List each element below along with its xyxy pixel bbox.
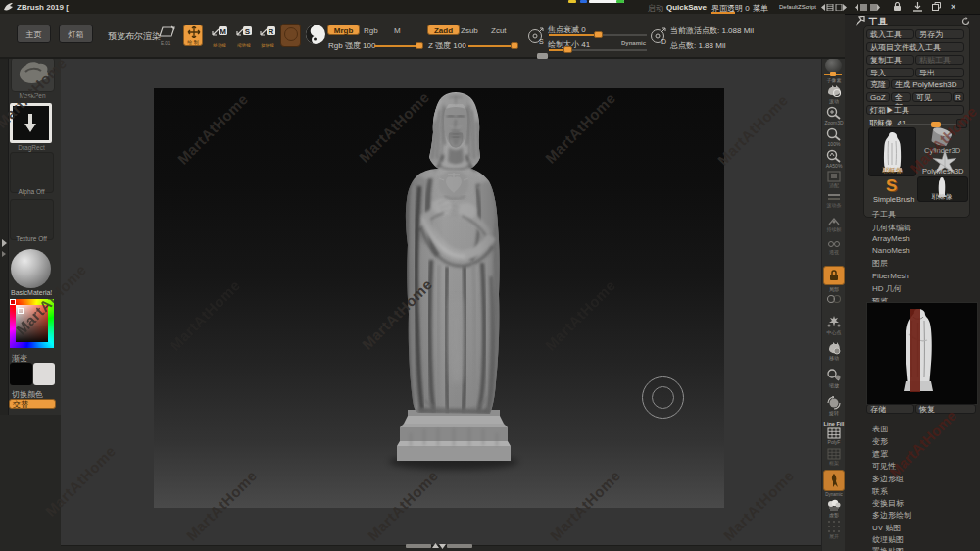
svg-text:M: M	[220, 27, 226, 36]
svg-text:D: D	[662, 38, 666, 45]
svg-text:S: S	[245, 27, 251, 36]
svg-text:R: R	[269, 27, 274, 36]
svg-text:S: S	[539, 38, 544, 45]
